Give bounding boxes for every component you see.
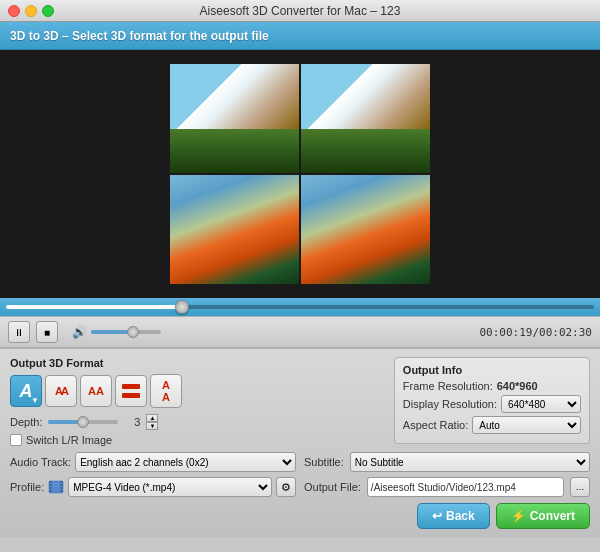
action-buttons-row: ↩ Back ⚡ Convert [10, 503, 590, 529]
seek-thumb[interactable] [175, 300, 189, 314]
maximize-button[interactable] [42, 5, 54, 17]
browse-button[interactable]: … [570, 477, 590, 497]
depth-spin-up[interactable]: ▲ [146, 414, 158, 422]
audio-subtitle-row: Audio Track: English aac 2 channels (0x2… [10, 452, 590, 472]
format-btn-sidebyside-f[interactable]: AA [80, 375, 112, 407]
aspect-ratio-row: Aspect Ratio: Auto 4:3 16:9 [403, 416, 581, 434]
svg-rect-5 [49, 487, 52, 489]
format-section-label: Output 3D Format [10, 357, 384, 369]
close-button[interactable] [8, 5, 20, 17]
stop-button[interactable]: ■ [36, 321, 58, 343]
depth-label: Depth: [10, 416, 42, 428]
switch-lr-label: Switch L/R Image [26, 434, 112, 446]
profile-label: Profile: [10, 481, 44, 493]
video-cell-2 [301, 64, 430, 173]
depth-value: 3 [124, 416, 140, 428]
gear-icon: ⚙ [281, 481, 291, 494]
svg-rect-7 [60, 481, 63, 483]
frame-resolution-value: 640*960 [497, 380, 538, 392]
topbottom-v-icon-top: A [162, 380, 170, 391]
audio-track-select[interactable]: English aac 2 channels (0x2) [75, 452, 296, 472]
format-btn-anaglyph[interactable]: A ▼ [10, 375, 42, 407]
profile-outputfile-row: Profile: MPEG-4 Video (*.mp4) ⚙ Output [10, 477, 590, 497]
seek-track[interactable] [6, 305, 594, 309]
topbottom-h-icon [120, 381, 142, 401]
svg-rect-9 [60, 487, 63, 489]
title-bar: Aiseesoft 3D Converter for Mac – 123 [0, 0, 600, 22]
svg-rect-4 [49, 484, 52, 486]
frame-resolution-row: Frame Resolution: 640*960 [403, 380, 581, 392]
audio-track-label: Audio Track: [10, 456, 71, 468]
pause-button[interactable]: ⏸ [8, 321, 30, 343]
svg-rect-3 [49, 481, 52, 483]
time-display: 00:00:19/00:02:30 [479, 326, 592, 339]
profile-area: Profile: MPEG-4 Video (*.mp4) ⚙ [10, 477, 296, 497]
traffic-lights [8, 5, 54, 17]
audio-track-area: Audio Track: English aac 2 channels (0x2… [10, 452, 296, 472]
stop-icon: ■ [44, 327, 50, 338]
subtitle-area: Subtitle: No Subtitle [304, 452, 590, 472]
frame-resolution-label: Frame Resolution: [403, 380, 493, 392]
volume-slider[interactable] [91, 330, 161, 334]
video-thumb-1 [170, 64, 299, 173]
switch-lr-checkbox[interactable] [10, 434, 22, 446]
window-title: Aiseesoft 3D Converter for Mac – 123 [200, 4, 401, 18]
format-btn-topbottom-h[interactable] [115, 375, 147, 407]
display-resolution-label: Display Resolution: [403, 398, 497, 410]
profile-settings-button[interactable]: ⚙ [276, 477, 296, 497]
svg-rect-0 [122, 384, 140, 389]
video-preview-area [0, 50, 600, 298]
convert-label: Convert [530, 509, 575, 523]
profile-select[interactable]: MPEG-4 Video (*.mp4) [68, 477, 272, 497]
convert-icon: ⚡ [511, 509, 526, 523]
seek-bar-area[interactable] [0, 298, 600, 316]
display-resolution-row: Display Resolution: 640*480 1280*720 192… [403, 395, 581, 413]
format-btn-sidebyside-v[interactable]: AA [45, 375, 77, 407]
switch-lr-row: Switch L/R Image [10, 434, 384, 446]
depth-slider[interactable] [48, 420, 118, 424]
format-btn-topbottom-v[interactable]: A A [150, 374, 182, 408]
header-label: 3D to 3D – Select 3D format for the outp… [10, 29, 269, 43]
convert-button[interactable]: ⚡ Convert [496, 503, 590, 529]
display-resolution-select[interactable]: 640*480 1280*720 1920*1080 [501, 395, 581, 413]
depth-thumb[interactable] [77, 416, 89, 428]
minimize-button[interactable] [25, 5, 37, 17]
profile-icon [48, 479, 64, 495]
depth-row: Depth: 3 ▲ ▼ [10, 414, 384, 430]
svg-rect-6 [49, 490, 52, 492]
video-cell-1 [170, 64, 299, 173]
header-bar: 3D to 3D – Select 3D format for the outp… [0, 22, 600, 50]
aspect-ratio-select[interactable]: Auto 4:3 16:9 [472, 416, 581, 434]
video-cell-3 [170, 175, 299, 284]
sidebyside-v-icon: AA [55, 385, 67, 397]
format-section: Output 3D Format A ▼ AA AA [10, 357, 384, 446]
svg-rect-8 [60, 484, 63, 486]
volume-area: 🔊 [72, 325, 161, 339]
video-cell-4 [301, 175, 430, 284]
browse-icon: … [576, 482, 585, 492]
output-info-title: Output Info [403, 364, 581, 376]
depth-spin-down[interactable]: ▼ [146, 422, 158, 430]
output-info-panel: Output Info Frame Resolution: 640*960 Di… [394, 357, 590, 444]
subtitle-label: Subtitle: [304, 456, 344, 468]
back-button[interactable]: ↩ Back [417, 503, 490, 529]
subtitle-select[interactable]: No Subtitle [350, 452, 590, 472]
svg-rect-1 [122, 393, 140, 398]
controls-bar: ⏸ ■ 🔊 00:00:19/00:02:30 [0, 316, 600, 348]
output-file-label: Output File: [304, 481, 361, 493]
pause-icon: ⏸ [14, 327, 24, 338]
output-file-area: Output File: /Aiseesoft Studio/Video/123… [304, 477, 590, 497]
video-grid [170, 64, 430, 284]
video-thumb-3 [170, 175, 299, 284]
depth-spinbox: ▲ ▼ [146, 414, 158, 430]
video-thumb-2 [301, 64, 430, 173]
output-file-path: /Aiseesoft Studio/Video/123.mp4 [367, 477, 564, 497]
bottom-panel: Output 3D Format A ▼ AA AA [0, 348, 600, 537]
format-row: Output 3D Format A ▼ AA AA [10, 357, 590, 446]
format-buttons: A ▼ AA AA [10, 374, 384, 408]
volume-thumb[interactable] [127, 326, 139, 338]
video-thumb-4 [301, 175, 430, 284]
aspect-ratio-label: Aspect Ratio: [403, 419, 468, 431]
topbottom-v-icon-bottom: A [162, 392, 170, 403]
volume-icon: 🔊 [72, 325, 87, 339]
